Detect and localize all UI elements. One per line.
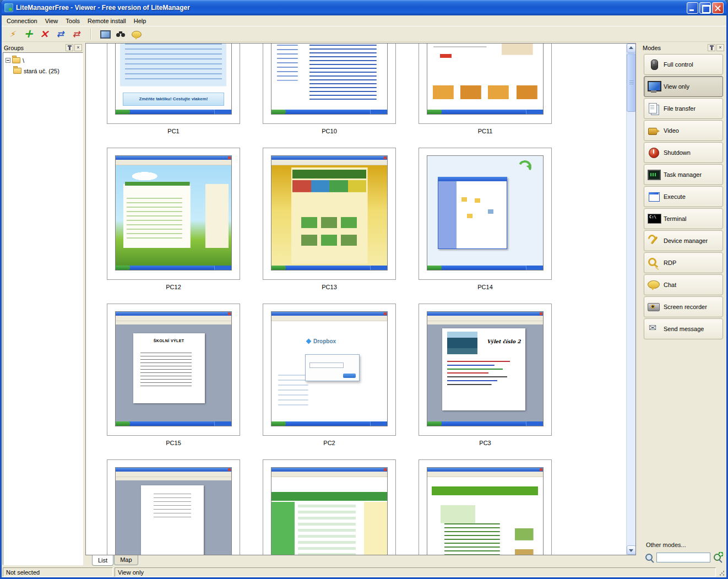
pc-thumbnail-partial-3[interactable] <box>419 459 552 555</box>
arrows-blue-icon <box>55 29 66 40</box>
remote-screen-preview <box>271 467 388 555</box>
mode-button-execute[interactable]: Execute <box>644 186 723 207</box>
bubble-icon <box>131 29 142 40</box>
pc-thumbnail-PC15[interactable]: ŠKOLNÍ VÝLET <box>107 304 240 436</box>
search-icon[interactable] <box>644 552 655 563</box>
mode-button-video[interactable]: Video <box>644 120 723 141</box>
computer-search-input[interactable] <box>656 553 710 562</box>
mode-button-terminal[interactable]: Terminal <box>644 208 723 229</box>
mode-label: Shutdown <box>664 149 691 156</box>
groups-panel: Groups × \ stará uč. (25) <box>2 42 84 566</box>
vertical-scrollbar[interactable] <box>626 44 635 555</box>
window-title: LiteManagerFree - Viewer - Free version … <box>16 4 686 12</box>
mini-titlebar <box>427 312 543 316</box>
main-area: Groups × \ stará uč. (25) Změňte taktiku… <box>2 42 726 566</box>
close-button[interactable] <box>712 2 724 14</box>
find-button[interactable] <box>113 28 128 41</box>
rdp-icon <box>646 256 661 270</box>
search-add-icon[interactable] <box>712 552 723 563</box>
thumbnail-cell: PC11 <box>419 43 552 134</box>
tree-item-label: \ <box>23 57 24 64</box>
mini-taskbar <box>427 421 543 426</box>
status-bar: Not selected View only <box>2 566 726 577</box>
add-connection-button[interactable] <box>21 28 36 41</box>
mini-content <box>271 477 387 555</box>
tree-item-stara-uc[interactable]: stará uč. (25) <box>4 66 82 76</box>
text-lines <box>447 361 519 399</box>
mini-content: Dropbox <box>271 321 387 421</box>
scroll-up-arrow[interactable] <box>627 44 636 53</box>
thumbnail-cell: PC14 <box>419 148 552 290</box>
mode-label: Screen recorder <box>664 304 707 310</box>
scrollbar-thumb[interactable] <box>627 53 636 112</box>
toolbar <box>2 26 726 42</box>
remote-screen-preview <box>427 43 544 115</box>
mode-button-task-manager[interactable]: Task manager <box>644 164 723 185</box>
view-tabs: List Map <box>85 555 636 566</box>
close-panel-button[interactable]: × <box>74 44 82 51</box>
refresh-button[interactable] <box>53 28 68 41</box>
pc-thumbnail-PC2[interactable]: Dropbox <box>263 304 396 436</box>
mini-toolbar <box>427 316 543 321</box>
mode-label: Terminal <box>664 215 687 222</box>
resize-grip[interactable] <box>718 567 725 577</box>
mouse-icon <box>646 57 661 72</box>
mode-button-shutdown[interactable]: Shutdown <box>644 142 723 163</box>
mode-button-view-only[interactable]: View only <box>644 76 723 97</box>
menu-item-view[interactable]: View <box>41 17 62 25</box>
menu-item-tools[interactable]: Tools <box>62 17 84 25</box>
execute-icon <box>646 190 661 204</box>
mode-button-rdp[interactable]: RDP <box>644 252 723 273</box>
close-panel-button[interactable]: × <box>716 44 724 51</box>
plus-icon <box>23 29 34 40</box>
monitor-icon <box>646 79 661 94</box>
scroll-down-arrow[interactable] <box>627 545 636 555</box>
connect-button[interactable] <box>5 28 20 41</box>
pc-thumbnail-PC12[interactable] <box>107 148 240 280</box>
update-statuses-button[interactable] <box>69 28 84 41</box>
mode-button-send-message[interactable]: Send message <box>644 318 723 339</box>
menu-item-connection[interactable]: Connection <box>3 17 41 25</box>
delete-connection-button[interactable] <box>37 28 52 41</box>
mode-button-device-manager[interactable]: Device manager <box>644 230 723 251</box>
menu-item-help[interactable]: Help <box>130 17 150 25</box>
expander-icon[interactable] <box>6 58 10 63</box>
pin-button[interactable] <box>708 44 715 51</box>
mini-content <box>427 156 543 266</box>
mode-button-screen-recorder[interactable]: Screen recorder <box>644 296 723 317</box>
pc-thumbnail-PC10[interactable] <box>263 43 396 124</box>
connections-area: Změňte taktiku! Cestujte vlakem!PC1PC10P… <box>84 42 638 566</box>
screens-preview-button[interactable] <box>97 28 112 41</box>
cross-icon <box>39 29 50 40</box>
mode-button-file-transfer[interactable]: File transfer <box>644 98 723 119</box>
mode-button-chat[interactable]: Chat <box>644 274 723 295</box>
chat-button[interactable] <box>129 28 144 41</box>
tree-item-root[interactable]: \ <box>4 55 82 66</box>
tab-map[interactable]: Map <box>114 555 138 565</box>
document-title: Výlet číslo 2 <box>487 339 520 344</box>
mode-button-full-control[interactable]: Full control <box>644 54 723 75</box>
app-icon <box>4 3 13 12</box>
pc-thumbnail-PC14[interactable] <box>419 148 552 280</box>
pc-name-label: PC2 <box>263 440 396 446</box>
thumbnail-cell: PC10 <box>263 43 396 134</box>
minimize-button[interactable] <box>687 2 698 14</box>
pc-thumbnail-PC3[interactable]: Výlet číslo 2 <box>419 304 552 436</box>
pc-thumbnail-PC11[interactable] <box>419 43 552 124</box>
mini-taskbar <box>116 266 231 270</box>
title-bar[interactable]: LiteManagerFree - Viewer - Free version … <box>2 0 726 15</box>
pc-name-label: PC11 <box>419 128 552 134</box>
menu-item-remote-install[interactable]: Remote install <box>84 17 130 25</box>
pc-thumbnail-partial-2[interactable] <box>263 459 396 555</box>
pin-button[interactable] <box>66 44 73 51</box>
pc-thumbnail-partial-1[interactable] <box>107 459 240 555</box>
remote-screen-preview <box>115 155 232 270</box>
pc-thumbnail-PC1[interactable]: Změňte taktiku! Cestujte vlakem! <box>107 43 240 124</box>
tab-list[interactable]: List <box>92 555 113 566</box>
maximize-button[interactable] <box>699 2 711 14</box>
pc-thumbnail-PC13[interactable] <box>263 148 396 280</box>
other-modes-link[interactable]: Other modes... <box>642 539 725 550</box>
thumbnail-cell: PC12 <box>107 148 240 290</box>
mini-taskbar <box>271 421 387 426</box>
groups-panel-title: Groups <box>4 45 64 51</box>
